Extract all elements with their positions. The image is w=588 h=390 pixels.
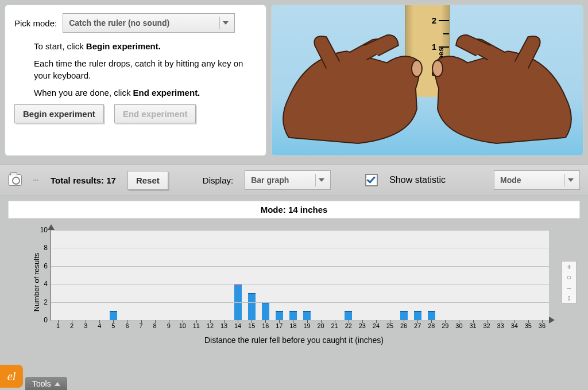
x-tick: 29: [442, 322, 448, 329]
y-tick: 10: [40, 226, 48, 234]
zoom-reset-button[interactable]: [562, 272, 576, 282]
controls-panel: Pick mode: Catch the ruler (no sound) To…: [5, 5, 266, 156]
x-tick: 12: [207, 322, 214, 329]
arrow-up-icon: [48, 224, 55, 230]
y-axis-label: Number of results: [32, 253, 41, 312]
x-tick: 1: [56, 322, 60, 329]
chart-bar: [248, 293, 256, 320]
x-tick: 33: [497, 322, 504, 329]
y-tick: 0: [44, 316, 48, 324]
x-tick: 7: [139, 322, 142, 329]
x-tick: 34: [511, 322, 518, 329]
y-tick: 4: [44, 280, 48, 288]
x-tick: 3: [84, 322, 87, 329]
checkmark-icon: [367, 174, 376, 184]
x-tick: 4: [98, 322, 101, 329]
zoom-pan-button[interactable]: ↕: [562, 292, 576, 303]
x-tick: 26: [400, 322, 407, 329]
instructions: To start, click Begin experiment. Each t…: [34, 41, 257, 99]
x-tick: 23: [359, 322, 366, 329]
display-label: Display:: [203, 176, 233, 185]
x-tick: 11: [193, 322, 200, 329]
x-tick: 24: [373, 322, 380, 329]
x-tick: 16: [262, 322, 269, 329]
x-tick: 14: [234, 322, 241, 329]
chart-bar: [414, 311, 421, 320]
x-tick: 20: [318, 322, 324, 329]
arrow-right-icon: [549, 317, 555, 323]
x-tick: 22: [345, 322, 352, 329]
reset-button[interactable]: Reset: [127, 171, 168, 190]
statistic-select-value: Mode: [500, 176, 521, 185]
x-tick: 25: [386, 322, 393, 329]
x-tick: 5: [111, 322, 115, 329]
mode-label: Pick mode:: [14, 18, 57, 28]
total-results-label: Total results: 17: [51, 176, 116, 185]
chevron-down-icon: [564, 174, 576, 186]
x-tick: 2: [70, 322, 74, 329]
x-tick: 15: [248, 322, 255, 329]
x-tick: 31: [469, 322, 476, 329]
hands-icon: [272, 5, 583, 156]
tools-tab-label: Tools: [32, 379, 51, 388]
tools-tab[interactable]: Tools: [25, 377, 67, 390]
y-tick: 8: [44, 244, 48, 252]
chevron-down-icon: [315, 174, 327, 186]
show-statistic-checkbox[interactable]: [365, 174, 378, 186]
chart-bar: [289, 311, 297, 320]
chart-bar: [303, 311, 311, 320]
camera-icon[interactable]: [8, 174, 22, 186]
chart-bar: [400, 311, 408, 320]
x-tick: 6: [125, 322, 129, 329]
chart-bar: [110, 311, 117, 320]
x-tick: 18: [289, 322, 296, 329]
svg-point-0: [412, 60, 422, 76]
x-tick: 19: [303, 322, 310, 329]
x-axis-label: Distance the ruler fell before you caugh…: [204, 336, 384, 345]
end-experiment-button: End experiment: [114, 104, 196, 123]
zoom-in-button[interactable]: +: [562, 262, 576, 272]
plot-area: 0246810123456789101112131415161718192021…: [51, 230, 549, 321]
y-tick: 6: [44, 262, 48, 270]
experiment-illustration: 2 1 0 inches: [271, 5, 583, 156]
x-tick: 17: [276, 322, 283, 329]
x-tick: 32: [483, 322, 490, 329]
x-tick: 36: [539, 322, 546, 329]
zoom-out-button[interactable]: –: [562, 282, 576, 292]
x-tick: 9: [167, 322, 171, 329]
brand-badge: el: [0, 365, 23, 388]
chevron-down-icon: [219, 17, 231, 29]
y-tick: 2: [44, 298, 48, 306]
x-tick: 21: [331, 322, 338, 329]
mode-select-value: Catch the ruler (no sound): [69, 18, 169, 28]
x-tick: 35: [525, 322, 532, 329]
show-statistic-label: Show statistic: [389, 175, 446, 185]
x-tick: 8: [153, 322, 157, 329]
chart-bar: [345, 311, 352, 320]
zoom-controls: + – ↕: [562, 261, 577, 303]
x-tick: 27: [414, 322, 421, 329]
chart-bar: [262, 302, 269, 320]
mode-select[interactable]: Catch the ruler (no sound): [63, 13, 235, 33]
x-tick: 10: [179, 322, 186, 329]
separator: ┄: [33, 176, 39, 185]
begin-experiment-button[interactable]: Begin experiment: [14, 104, 104, 123]
display-select-value: Bar graph: [251, 176, 289, 185]
x-tick: 30: [455, 322, 462, 329]
chart-bar: [428, 311, 435, 320]
chart-title: Mode: 14 inches: [8, 201, 580, 219]
statistic-select[interactable]: Mode: [494, 170, 580, 190]
x-tick: 28: [428, 322, 435, 329]
bar-chart: Number of results 0246810123456789101112…: [8, 221, 580, 344]
display-select[interactable]: Bar graph: [245, 170, 331, 190]
chart-bar: [276, 311, 283, 320]
results-toolbar: ┄ Total results: 17 Reset Display: Bar g…: [0, 164, 588, 196]
svg-point-1: [432, 60, 443, 76]
triangle-up-icon: [55, 382, 60, 386]
x-tick: 13: [220, 322, 227, 329]
